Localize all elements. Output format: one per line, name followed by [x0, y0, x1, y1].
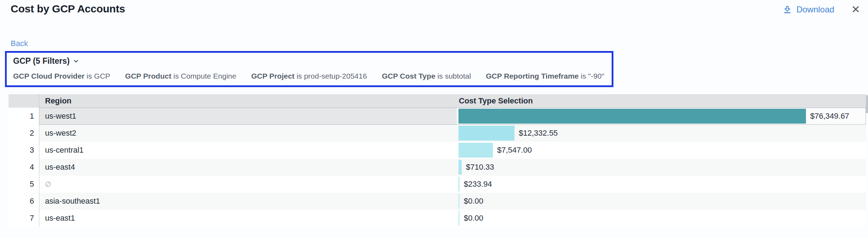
- cost-cell[interactable]: $233.94: [457, 176, 866, 193]
- cost-value: $710.33: [466, 163, 494, 172]
- filter-condition: is "-90": [581, 72, 604, 80]
- region-cell[interactable]: us-central1: [39, 142, 457, 159]
- table-body: 1 us-west1 $76,349.67 2 us-west2 $12,332…: [9, 108, 866, 227]
- cost-bar: [458, 194, 460, 209]
- cost-cell[interactable]: $76,349.67: [457, 108, 866, 125]
- table-row[interactable]: 3 us-central1 $7,547.00: [9, 142, 866, 159]
- cost-cell[interactable]: $0.00: [457, 193, 866, 210]
- cost-drill-modal: Cost by GCP Accounts Download ✕ Back GCP…: [0, 0, 868, 238]
- filter-condition: is GCP: [87, 72, 110, 80]
- filter-chip[interactable]: GCP Reporting Timeframe is "-90": [486, 72, 604, 80]
- download-button[interactable]: Download: [783, 5, 834, 15]
- top-actions: Download ✕: [783, 4, 860, 15]
- filter-summary-label: GCP (5 Filters): [13, 56, 69, 66]
- table-row[interactable]: 1 us-west1 $76,349.67: [9, 108, 866, 125]
- cost-bar: [458, 143, 493, 158]
- vertical-scrollbar[interactable]: [866, 94, 868, 227]
- cost-cell[interactable]: $12,332.55: [457, 125, 866, 142]
- cost-bar: [458, 160, 462, 175]
- region-cell[interactable]: us-west2: [39, 125, 457, 142]
- region-cell[interactable]: us-west1: [39, 108, 457, 125]
- download-icon: [783, 5, 792, 15]
- filter-name: GCP Reporting Timeframe: [486, 72, 579, 80]
- cost-bar: [458, 211, 460, 226]
- cost-bar: [458, 109, 806, 124]
- row-number: 5: [9, 176, 39, 193]
- filter-name: GCP Project: [251, 72, 294, 80]
- table-row[interactable]: 2 us-west2 $12,332.55: [9, 125, 866, 142]
- row-number: 6: [9, 193, 39, 210]
- row-number: 7: [9, 210, 39, 227]
- region-cell[interactable]: us-east1: [39, 210, 457, 227]
- filter-list: GCP Cloud Provider is GCP GCP Product is…: [13, 72, 604, 80]
- close-icon[interactable]: ✕: [851, 4, 860, 15]
- filter-condition: is subtotal: [438, 72, 471, 80]
- cost-cell[interactable]: $7,547.00: [457, 142, 866, 159]
- cost-value: $0.00: [464, 197, 483, 206]
- table-row[interactable]: 6 asia-southeast1 $0.00: [9, 193, 866, 210]
- row-number: 1: [9, 108, 39, 125]
- cost-value: $12,332.55: [519, 129, 558, 138]
- cost-value: $0.00: [464, 214, 483, 223]
- cost-cell[interactable]: $710.33: [457, 159, 866, 176]
- row-number: 3: [9, 142, 39, 159]
- column-header-rownum: [9, 94, 39, 108]
- cost-bar: [458, 177, 460, 192]
- cost-bar: [458, 126, 514, 141]
- table-row[interactable]: 5 ∅ $233.94: [9, 176, 866, 193]
- filter-name: GCP Product: [125, 72, 171, 80]
- filter-name: GCP Cloud Provider: [13, 72, 84, 80]
- cost-value: $7,547.00: [497, 146, 532, 155]
- cost-cell[interactable]: $0.00: [457, 210, 866, 227]
- filter-chip[interactable]: GCP Cost Type is subtotal: [382, 72, 471, 80]
- download-label: Download: [796, 5, 834, 15]
- filter-condition: is Compute Engine: [173, 72, 236, 80]
- filter-name: GCP Cost Type: [382, 72, 435, 80]
- region-cell[interactable]: asia-southeast1: [39, 193, 457, 210]
- table-row[interactable]: 7 us-east1 $0.00: [9, 210, 866, 227]
- region-cell[interactable]: ∅: [39, 176, 457, 193]
- page-title: Cost by GCP Accounts: [11, 3, 125, 15]
- cost-value: $76,349.67: [810, 112, 849, 121]
- table-header-row: Region Cost Type Selection: [9, 94, 866, 108]
- filter-summary-toggle[interactable]: GCP (5 Filters): [13, 56, 79, 66]
- region-cell[interactable]: us-east4: [39, 159, 457, 176]
- table-row[interactable]: 4 us-east4 $710.33: [9, 159, 866, 176]
- filter-condition: is prod-setup-205416: [296, 72, 367, 80]
- row-number: 2: [9, 125, 39, 142]
- row-number: 4: [9, 159, 39, 176]
- back-link[interactable]: Back: [11, 39, 28, 48]
- filter-chip[interactable]: GCP Cloud Provider is GCP: [13, 72, 110, 80]
- scrollbar-thumb[interactable]: [866, 95, 868, 113]
- results-table: Region Cost Type Selection 1 us-west1 $7…: [9, 94, 866, 227]
- filter-panel: GCP (5 Filters) GCP Cloud Provider is GC…: [5, 51, 613, 87]
- filter-chip[interactable]: GCP Product is Compute Engine: [125, 72, 237, 80]
- chevron-down-icon: [73, 58, 79, 64]
- cost-value: $233.94: [464, 180, 492, 189]
- column-header-region[interactable]: Region: [39, 94, 457, 108]
- filter-chip[interactable]: GCP Project is prod-setup-205416: [251, 72, 367, 80]
- column-header-cost[interactable]: Cost Type Selection: [457, 94, 866, 108]
